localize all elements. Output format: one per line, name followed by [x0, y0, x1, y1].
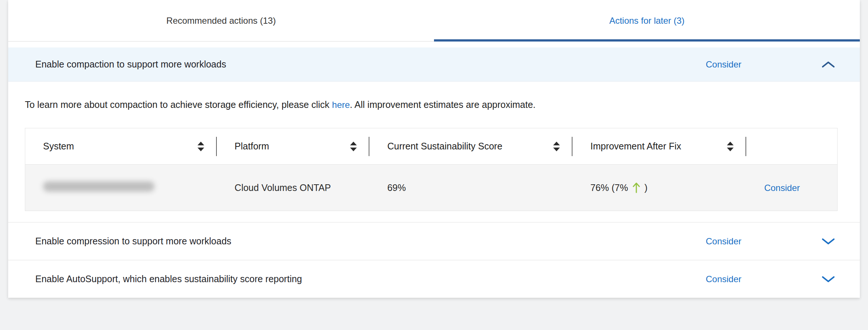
green-up-arrow-icon	[632, 182, 641, 194]
chevron-down-icon[interactable]	[821, 237, 835, 245]
consider-link[interactable]: Consider	[706, 274, 741, 284]
consider-link[interactable]: Consider	[706, 236, 741, 247]
sort-icon[interactable]	[727, 142, 734, 151]
chevron-up-icon[interactable]	[821, 60, 835, 69]
consider-link[interactable]: Consider	[706, 59, 741, 70]
sort-icon[interactable]	[350, 142, 357, 151]
info-text: To learn more about compaction to achiev…	[25, 98, 838, 112]
accordion-actions: Consider	[706, 59, 835, 70]
accordion-title: Enable AutoSupport, which enables sustai…	[35, 274, 302, 284]
improvement-text: 76% (7%	[590, 182, 628, 193]
row-consider-link[interactable]: Consider	[764, 183, 800, 193]
sort-icon[interactable]	[198, 142, 204, 151]
cell-action: Consider	[746, 165, 837, 211]
info-pre: To learn more about compaction to achiev…	[25, 99, 332, 110]
accordion-title: Enable compression to support more workl…	[35, 236, 231, 247]
column-label: Improvement After Fix	[590, 141, 681, 152]
sort-icon[interactable]	[553, 142, 560, 151]
improvement-value: 76% (7% )	[590, 182, 647, 194]
tab-label: Recommended actions (13)	[166, 16, 276, 26]
accordion-compression-header[interactable]: Enable compression to support more workl…	[8, 222, 860, 260]
accordion-autosupport-header[interactable]: Enable AutoSupport, which enables sustai…	[8, 260, 860, 298]
table-row: Cloud Volumes ONTAP 69% 76% (7% )	[25, 165, 838, 211]
accordion-title: Enable compaction to support more worklo…	[35, 59, 226, 70]
redacted-system-name	[43, 181, 154, 192]
info-post: . All improvement estimates are approxim…	[350, 99, 535, 110]
cell-current-score: 69%	[369, 165, 572, 211]
column-header-platform[interactable]: Platform	[217, 128, 369, 165]
tab-bar: Recommended actions (13) Actions for lat…	[8, 0, 860, 42]
column-header-current-sustainability-score[interactable]: Current Sustainability Score	[369, 128, 572, 165]
tab-label: Actions for later (3)	[609, 16, 685, 26]
column-label: Platform	[235, 141, 269, 152]
tab-recommended-actions[interactable]: Recommended actions (13)	[8, 0, 434, 41]
tab-actions-for-later[interactable]: Actions for later (3)	[434, 0, 860, 41]
accordion-actions: Consider	[706, 236, 835, 247]
cell-improvement: 76% (7% )	[572, 165, 746, 211]
systems-table: System Platform Current Sustainability S…	[25, 128, 838, 211]
column-header-improvement-after-fix[interactable]: Improvement After Fix	[572, 128, 746, 165]
accordion-compaction-header[interactable]: Enable compaction to support more worklo…	[8, 47, 860, 82]
chevron-down-icon[interactable]	[821, 275, 835, 283]
cell-system	[25, 165, 217, 211]
accordion-compaction-content: To learn more about compaction to achiev…	[8, 82, 860, 222]
recommended-actions-card: Recommended actions (13) Actions for lat…	[8, 0, 860, 298]
here-link[interactable]: here	[332, 100, 350, 110]
table-header-row: System Platform Current Sustainability S…	[25, 128, 838, 165]
accordion-actions: Consider	[706, 274, 835, 284]
column-label: System	[43, 141, 74, 152]
column-label: Current Sustainability Score	[387, 141, 502, 152]
column-header-actions	[746, 128, 837, 165]
cell-platform: Cloud Volumes ONTAP	[217, 165, 369, 211]
column-header-system[interactable]: System	[25, 128, 217, 165]
improvement-close-paren: )	[645, 182, 647, 193]
